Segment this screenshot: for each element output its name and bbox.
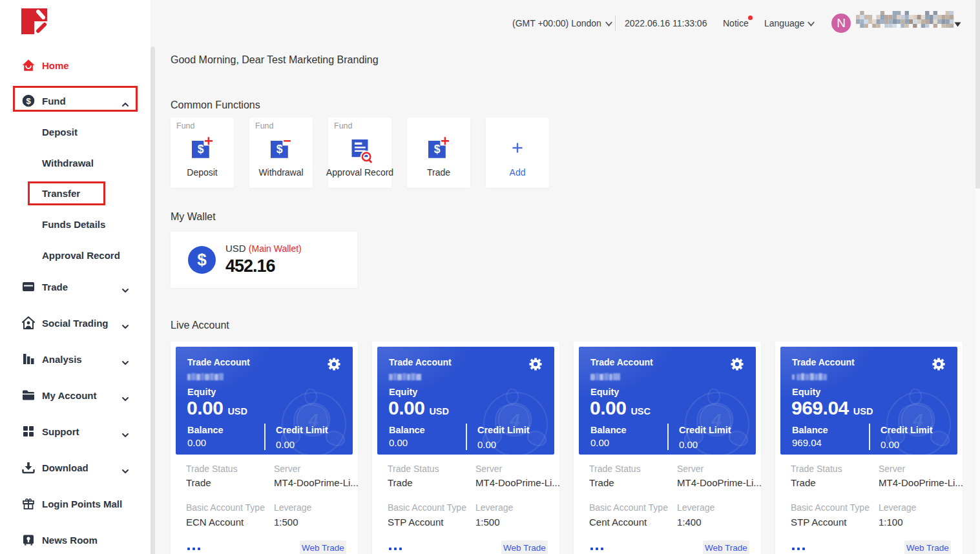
svg-text:$: $ — [26, 96, 31, 106]
svg-text:$: $ — [434, 143, 441, 156]
svg-text:$: $ — [276, 143, 283, 156]
svg-text:$: $ — [198, 143, 204, 156]
